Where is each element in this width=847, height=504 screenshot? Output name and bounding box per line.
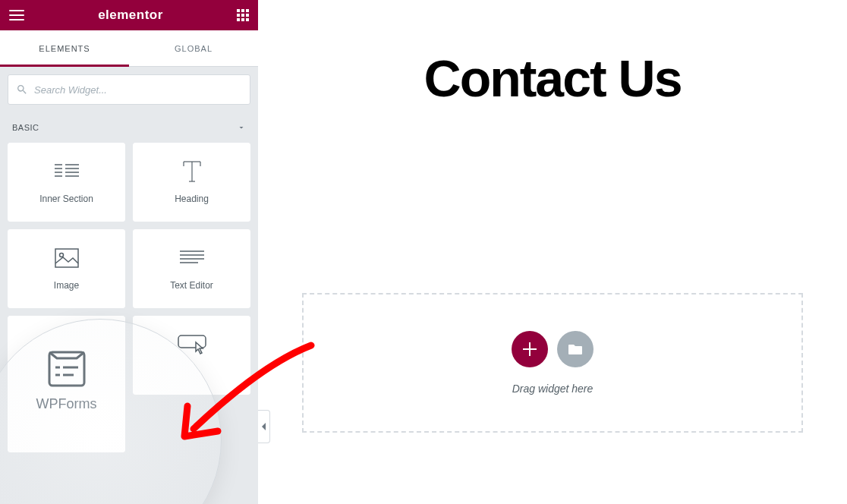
chevron-down-icon xyxy=(237,123,246,132)
plus-icon xyxy=(523,342,537,356)
search-container xyxy=(0,67,258,112)
page-title: Contact Us xyxy=(258,0,847,108)
widget-label: Heading xyxy=(175,194,209,204)
wpforms-icon xyxy=(46,357,87,380)
widget-label: Inner Section xyxy=(39,194,93,204)
tab-elements[interactable]: ELEMENTS xyxy=(0,30,129,66)
search-icon xyxy=(16,83,28,96)
widget-label: Text Editor xyxy=(170,280,213,291)
brand-logo: elementor xyxy=(98,8,163,23)
tab-global[interactable]: GLOBAL xyxy=(129,30,258,66)
widget-label: WPForms xyxy=(36,396,97,412)
inner-section-icon xyxy=(55,160,79,183)
search-box[interactable] xyxy=(8,74,250,105)
chevron-left-icon xyxy=(261,423,267,430)
button-icon xyxy=(178,333,206,356)
elementor-panel: elementor ELEMENTS GLOBAL BASIC Inner Se… xyxy=(0,0,258,504)
heading-icon xyxy=(181,160,203,183)
image-icon xyxy=(55,247,79,269)
drop-zone[interactable]: Drag widget here xyxy=(302,293,803,433)
section-basic-title: BASIC xyxy=(12,123,39,132)
widget-inner-section[interactable]: Inner Section xyxy=(8,143,125,222)
add-section-button[interactable] xyxy=(512,331,548,367)
panel-collapse-handle[interactable] xyxy=(258,410,270,443)
folder-icon xyxy=(568,343,582,355)
drop-actions xyxy=(512,331,594,367)
svg-rect-13 xyxy=(55,249,78,267)
widget-heading[interactable]: Heading xyxy=(133,143,250,222)
svg-rect-24 xyxy=(178,335,206,348)
widget-image[interactable]: Image xyxy=(8,229,125,308)
widget-label: Image xyxy=(54,280,79,291)
panel-tabs: ELEMENTS GLOBAL xyxy=(0,30,258,67)
widget-wpforms[interactable]: WPForms xyxy=(8,316,125,452)
menu-icon[interactable] xyxy=(9,10,24,20)
panel-header: elementor xyxy=(0,0,258,30)
text-editor-icon xyxy=(180,247,204,269)
section-basic-header[interactable]: BASIC xyxy=(0,112,258,143)
widget-grid: Inner Section Heading Image xyxy=(0,143,258,460)
apps-grid-icon[interactable] xyxy=(237,9,249,21)
svg-point-14 xyxy=(59,254,63,257)
template-library-button[interactable] xyxy=(557,331,594,367)
widget-text-editor[interactable]: Text Editor xyxy=(133,229,250,308)
editor-canvas: Contact Us Drag widget here xyxy=(258,0,847,504)
drop-zone-text: Drag widget here xyxy=(512,383,594,395)
widget-button[interactable]: Button xyxy=(133,316,250,395)
search-input[interactable] xyxy=(34,84,242,96)
